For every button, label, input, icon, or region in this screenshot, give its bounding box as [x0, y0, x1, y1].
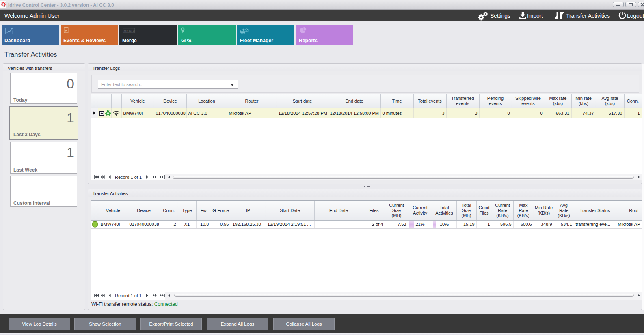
svg-text:MERGE: MERGE — [123, 29, 136, 33]
